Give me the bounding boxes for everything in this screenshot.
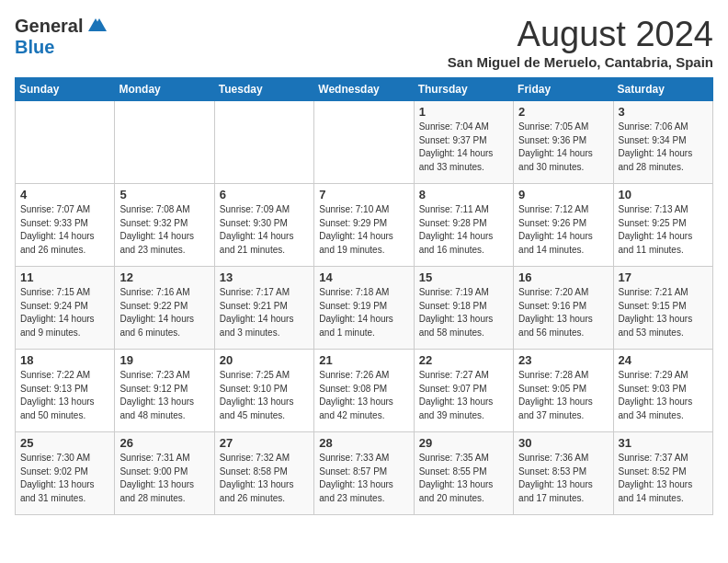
day-info: Sunrise: 7:04 AM Sunset: 9:37 PM Dayligh… (419, 121, 508, 174)
calendar-cell: 3Sunrise: 7:06 AM Sunset: 9:34 PM Daylig… (613, 101, 712, 184)
day-info: Sunrise: 7:17 AM Sunset: 9:21 PM Dayligh… (220, 286, 309, 339)
calendar-cell: 19Sunrise: 7:23 AM Sunset: 9:12 PM Dayli… (115, 350, 214, 432)
header-wednesday: Wednesday (314, 78, 414, 101)
day-number: 21 (319, 353, 408, 367)
day-info: Sunrise: 7:09 AM Sunset: 9:30 PM Dayligh… (220, 203, 309, 257)
day-info: Sunrise: 7:11 AM Sunset: 9:28 PM Dayligh… (419, 203, 508, 257)
calendar-cell: 2Sunrise: 7:05 AM Sunset: 9:36 PM Daylig… (514, 101, 613, 184)
day-info: Sunrise: 7:29 AM Sunset: 9:03 PM Dayligh… (619, 369, 708, 422)
day-number: 31 (619, 436, 708, 450)
calendar-cell: 10Sunrise: 7:13 AM Sunset: 9:25 PM Dayli… (613, 184, 712, 267)
calendar-cell: 25Sunrise: 7:30 AM Sunset: 9:02 PM Dayli… (16, 432, 115, 515)
day-number: 11 (20, 270, 109, 284)
day-info: Sunrise: 7:13 AM Sunset: 9:25 PM Dayligh… (619, 203, 708, 257)
calendar-cell: 5Sunrise: 7:08 AM Sunset: 9:32 PM Daylig… (115, 184, 214, 267)
day-number: 18 (20, 353, 109, 367)
day-number: 25 (20, 436, 109, 450)
day-info: Sunrise: 7:35 AM Sunset: 8:55 PM Dayligh… (419, 452, 508, 505)
day-info: Sunrise: 7:16 AM Sunset: 9:22 PM Dayligh… (119, 286, 209, 339)
day-info: Sunrise: 7:08 AM Sunset: 9:32 PM Dayligh… (119, 203, 209, 257)
week-row-1: 4Sunrise: 7:07 AM Sunset: 9:33 PM Daylig… (16, 184, 713, 267)
day-number: 26 (119, 436, 209, 450)
day-number: 4 (20, 188, 109, 201)
day-number: 10 (619, 188, 708, 201)
calendar-cell: 9Sunrise: 7:12 AM Sunset: 9:26 PM Daylig… (514, 184, 613, 267)
calendar-cell: 28Sunrise: 7:33 AM Sunset: 8:57 PM Dayli… (314, 432, 414, 515)
day-number: 23 (518, 353, 608, 367)
day-info: Sunrise: 7:18 AM Sunset: 9:19 PM Dayligh… (319, 286, 408, 339)
calendar-cell: 6Sunrise: 7:09 AM Sunset: 9:30 PM Daylig… (214, 184, 313, 267)
day-info: Sunrise: 7:15 AM Sunset: 9:24 PM Dayligh… (20, 286, 109, 339)
calendar-cell: 4Sunrise: 7:07 AM Sunset: 9:33 PM Daylig… (16, 184, 115, 267)
day-info: Sunrise: 7:20 AM Sunset: 9:16 PM Dayligh… (518, 286, 608, 339)
day-number: 12 (119, 270, 209, 284)
day-info: Sunrise: 7:06 AM Sunset: 9:34 PM Dayligh… (619, 121, 708, 174)
day-number: 13 (220, 270, 309, 284)
day-number: 16 (518, 270, 608, 284)
calendar-cell: 1Sunrise: 7:04 AM Sunset: 9:37 PM Daylig… (414, 101, 513, 184)
calendar-cell: 18Sunrise: 7:22 AM Sunset: 9:13 PM Dayli… (16, 350, 115, 432)
day-number: 14 (319, 270, 408, 284)
header-saturday: Saturday (613, 78, 712, 101)
day-info: Sunrise: 7:05 AM Sunset: 9:36 PM Dayligh… (518, 121, 608, 174)
calendar-cell: 26Sunrise: 7:31 AM Sunset: 9:00 PM Dayli… (115, 432, 214, 515)
day-info: Sunrise: 7:25 AM Sunset: 9:10 PM Dayligh… (220, 369, 309, 422)
day-info: Sunrise: 7:28 AM Sunset: 9:05 PM Dayligh… (518, 369, 608, 422)
calendar-cell: 17Sunrise: 7:21 AM Sunset: 9:15 PM Dayli… (613, 267, 712, 350)
day-number: 29 (419, 436, 508, 450)
logo-blue-text: Blue (15, 37, 54, 58)
calendar-cell: 24Sunrise: 7:29 AM Sunset: 9:03 PM Dayli… (613, 350, 712, 432)
header-sunday: Sunday (16, 78, 115, 101)
day-info: Sunrise: 7:37 AM Sunset: 8:52 PM Dayligh… (619, 452, 708, 505)
week-row-2: 11Sunrise: 7:15 AM Sunset: 9:24 PM Dayli… (16, 267, 713, 350)
day-number: 28 (319, 436, 408, 450)
week-row-0: 1Sunrise: 7:04 AM Sunset: 9:37 PM Daylig… (16, 101, 713, 184)
calendar-cell (214, 101, 313, 184)
day-number: 8 (419, 188, 508, 201)
day-number: 9 (518, 188, 608, 201)
day-info: Sunrise: 7:19 AM Sunset: 9:18 PM Dayligh… (419, 286, 508, 339)
calendar-cell: 11Sunrise: 7:15 AM Sunset: 9:24 PM Dayli… (16, 267, 115, 350)
location-title: San Miguel de Meruelo, Cantabria, Spain (448, 54, 713, 70)
calendar-cell: 22Sunrise: 7:27 AM Sunset: 9:07 PM Dayli… (414, 350, 513, 432)
day-info: Sunrise: 7:07 AM Sunset: 9:33 PM Dayligh… (20, 203, 109, 257)
title-area: August 2024 San Miguel de Meruelo, Canta… (448, 15, 713, 70)
calendar-cell: 12Sunrise: 7:16 AM Sunset: 9:22 PM Dayli… (115, 267, 214, 350)
logo-icon (85, 15, 107, 37)
day-info: Sunrise: 7:31 AM Sunset: 9:00 PM Dayligh… (119, 452, 209, 505)
header-friday: Friday (514, 78, 613, 101)
day-number: 30 (518, 436, 608, 450)
day-number: 17 (619, 270, 708, 284)
calendar-table: SundayMondayTuesdayWednesdayThursdayFrid… (15, 77, 713, 515)
calendar-cell: 15Sunrise: 7:19 AM Sunset: 9:18 PM Dayli… (414, 267, 513, 350)
calendar-cell: 16Sunrise: 7:20 AM Sunset: 9:16 PM Dayli… (514, 267, 613, 350)
day-number: 15 (419, 270, 508, 284)
header-monday: Monday (115, 78, 214, 101)
day-number: 3 (619, 105, 708, 119)
day-info: Sunrise: 7:21 AM Sunset: 9:15 PM Dayligh… (619, 286, 708, 339)
day-number: 24 (619, 353, 708, 367)
logo: General Blue (15, 15, 107, 58)
day-info: Sunrise: 7:10 AM Sunset: 9:29 PM Dayligh… (319, 203, 408, 257)
day-number: 6 (220, 188, 309, 201)
calendar-cell: 27Sunrise: 7:32 AM Sunset: 8:58 PM Dayli… (214, 432, 313, 515)
day-info: Sunrise: 7:27 AM Sunset: 9:07 PM Dayligh… (419, 369, 508, 422)
day-info: Sunrise: 7:12 AM Sunset: 9:26 PM Dayligh… (518, 203, 608, 257)
month-title: August 2024 (448, 15, 713, 54)
day-number: 2 (518, 105, 608, 119)
day-number: 22 (419, 353, 508, 367)
day-info: Sunrise: 7:36 AM Sunset: 8:53 PM Dayligh… (518, 452, 608, 505)
day-number: 27 (220, 436, 309, 450)
day-number: 20 (220, 353, 309, 367)
day-number: 19 (119, 353, 209, 367)
calendar-cell (16, 101, 115, 184)
calendar-cell: 20Sunrise: 7:25 AM Sunset: 9:10 PM Dayli… (214, 350, 313, 432)
calendar-cell: 13Sunrise: 7:17 AM Sunset: 9:21 PM Dayli… (214, 267, 313, 350)
day-number: 7 (319, 188, 408, 201)
calendar-cell: 29Sunrise: 7:35 AM Sunset: 8:55 PM Dayli… (414, 432, 513, 515)
calendar-cell: 7Sunrise: 7:10 AM Sunset: 9:29 PM Daylig… (314, 184, 414, 267)
day-info: Sunrise: 7:23 AM Sunset: 9:12 PM Dayligh… (119, 369, 209, 422)
header-thursday: Thursday (414, 78, 513, 101)
calendar-cell: 8Sunrise: 7:11 AM Sunset: 9:28 PM Daylig… (414, 184, 513, 267)
header: General Blue August 2024 San Miguel de M… (15, 15, 713, 70)
